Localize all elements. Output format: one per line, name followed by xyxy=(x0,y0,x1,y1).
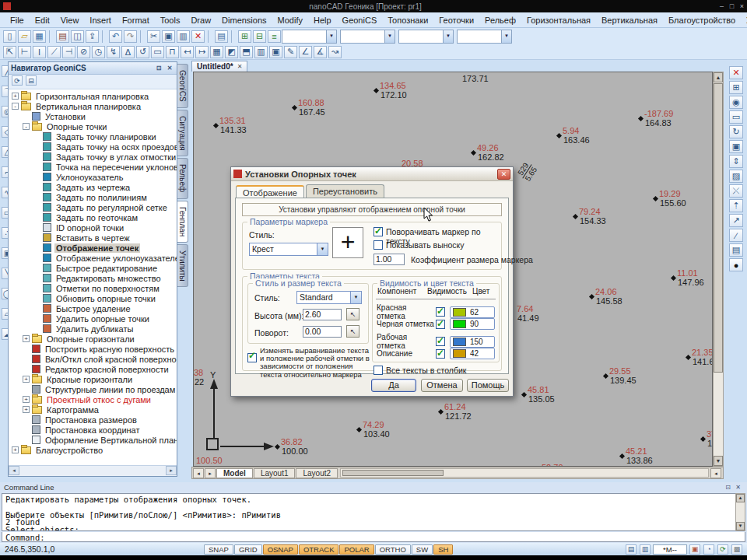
close-panel-icon[interactable]: ✕ xyxy=(729,66,743,79)
layer-states-icon[interactable]: ≡ xyxy=(268,30,281,43)
menu-item-17[interactable]: Утилиты xyxy=(741,16,747,25)
pick-on-screen-icon[interactable]: ↖ xyxy=(346,308,359,320)
layer-combobox[interactable] xyxy=(282,30,337,44)
print-preview-icon[interactable]: ◫ xyxy=(71,30,84,43)
ok-button[interactable]: Да xyxy=(371,379,416,392)
tree-item[interactable]: Быстрое редактирование xyxy=(9,263,177,273)
dim-angular-icon[interactable]: ◷ xyxy=(92,46,105,58)
expand-icon[interactable]: + xyxy=(23,406,30,413)
properties-icon[interactable]: ▤ xyxy=(215,30,228,43)
tree-item[interactable]: Структурные линии по проездам xyxy=(9,384,177,394)
leader-icon[interactable]: ↯ xyxy=(107,46,120,58)
rect-array-icon[interactable]: ▭ xyxy=(151,46,164,58)
menu-item-12[interactable]: Геоточки xyxy=(433,16,479,25)
close-icon[interactable]: ✕ xyxy=(165,64,174,72)
tree-item[interactable]: Простановка координат xyxy=(9,425,177,435)
visibility-checkbox[interactable] xyxy=(436,320,445,329)
chevron-down-icon[interactable] xyxy=(350,292,361,303)
chevron-down-icon[interactable] xyxy=(317,243,328,255)
justify-right-icon[interactable]: ↦ xyxy=(195,46,209,58)
hscroll-thumb[interactable] xyxy=(342,470,444,476)
layout-space-icon[interactable]: ▥ xyxy=(640,544,651,555)
linetype-combobox[interactable] xyxy=(398,30,454,44)
scroll-left-icon[interactable]: ◂ xyxy=(9,466,19,475)
menu-item-3[interactable]: Insert xyxy=(84,16,117,25)
scroll-down-icon[interactable]: ▼ xyxy=(714,456,723,466)
tree-item[interactable]: +Опорные горизонтали xyxy=(9,334,177,344)
toggle-ortho[interactable]: ORTHO xyxy=(375,544,411,555)
command-history[interactable]: Редактировать параметры отображения опор… xyxy=(2,493,745,531)
justify-left-icon[interactable]: ↤ xyxy=(181,46,194,58)
toggle-polar[interactable]: POLAR xyxy=(339,544,374,555)
maximize-button[interactable]: □ xyxy=(727,2,737,10)
toggle-otrack[interactable]: OTRACK xyxy=(299,544,339,555)
color-button[interactable]: 62 xyxy=(450,306,495,318)
collapse-all-icon[interactable]: ⊟ xyxy=(26,75,37,86)
visibility-checkbox[interactable] xyxy=(436,337,445,346)
tree-item[interactable]: -Вертикальная планировка xyxy=(9,101,177,111)
expand-icon[interactable]: + xyxy=(23,376,30,383)
save-icon[interactable]: ▦ xyxy=(33,30,46,43)
cut-icon[interactable]: ✂ xyxy=(147,30,160,43)
tree-item[interactable]: Редактор красной поверхности xyxy=(9,364,177,374)
tree-item[interactable]: Редактировать множество xyxy=(9,273,177,283)
minimize-button[interactable]: – xyxy=(717,2,727,10)
publish-icon[interactable]: ⇪ xyxy=(86,30,99,43)
scroll-up-icon[interactable]: ▲ xyxy=(714,72,723,82)
dim-aligned-icon[interactable]: ⟋ xyxy=(47,46,61,58)
menu-item-16[interactable]: Благоустройство xyxy=(663,16,741,25)
menu-item-1[interactable]: Edit xyxy=(30,16,55,25)
pan-icon[interactable]: ⊞ xyxy=(729,81,743,94)
text-rotation-input[interactable]: 0.00 xyxy=(303,326,342,338)
tree-item[interactable]: Задать точку в углах отмостки xyxy=(9,152,177,162)
measure-angle-icon[interactable]: ∠ xyxy=(299,46,312,58)
tree-item[interactable]: Установки xyxy=(9,111,177,121)
expand-icon[interactable]: + xyxy=(12,446,19,453)
offset-icon[interactable]: ∕ xyxy=(729,229,743,242)
tab-reset[interactable]: Переустановить xyxy=(306,184,384,198)
tree-item[interactable]: Задать точку планировки xyxy=(9,131,177,142)
menu-item-6[interactable]: Draw xyxy=(185,16,216,25)
tree-item[interactable]: Точка на пересечении уклонов xyxy=(9,162,177,172)
menu-item-5[interactable]: Tools xyxy=(155,16,186,25)
menu-item-13[interactable]: Рельеф xyxy=(479,16,521,25)
chevron-down-icon[interactable] xyxy=(326,30,336,43)
model-space-icon[interactable]: ▤ xyxy=(626,544,637,555)
measure-angle2-icon[interactable]: ∡ xyxy=(314,46,327,58)
close-document-icon[interactable]: ✕ xyxy=(237,63,243,70)
tree-item[interactable]: Быстрое удаление xyxy=(9,303,177,313)
expand-icon[interactable]: + xyxy=(12,93,19,100)
toggle-snap[interactable]: SNAP xyxy=(204,544,233,555)
close-icon[interactable]: ✕ xyxy=(734,483,742,492)
tree-item[interactable]: +Горизонтальная планировка xyxy=(9,91,177,101)
tree-item[interactable]: Уклоноуказатель xyxy=(9,172,177,182)
explode-icon[interactable]: ● xyxy=(729,258,743,271)
tree-item[interactable]: +Проектный откос с дугами xyxy=(9,394,177,404)
lineweight-combobox[interactable] xyxy=(457,30,512,44)
navigator-tab-1[interactable]: Ситуация xyxy=(177,110,188,157)
table-icon[interactable]: ▦ xyxy=(210,46,223,58)
group-icon[interactable]: ⊟ xyxy=(253,30,266,43)
tree-item[interactable]: Обновить опорные точки xyxy=(9,293,177,303)
tree-item[interactable]: +Благоустройство xyxy=(9,445,177,455)
visibility-checkbox[interactable] xyxy=(436,349,445,359)
menu-item-11[interactable]: Топознаки xyxy=(382,16,433,25)
sheet-tab[interactable]: Layout1 xyxy=(254,468,296,478)
marker-preview-button[interactable]: + xyxy=(332,227,363,258)
menu-item-15[interactable]: Вертикальная xyxy=(596,16,663,25)
rotate-marker-checkbox[interactable] xyxy=(374,227,383,236)
menu-item-2[interactable]: View xyxy=(55,16,85,25)
menu-item-8[interactable]: Modify xyxy=(272,16,308,25)
annotation-icon[interactable]: ◔ xyxy=(703,544,714,555)
document-tab[interactable]: Untitled0* ✕ xyxy=(191,61,247,72)
marker-style-combobox[interactable]: Крест xyxy=(249,243,328,256)
sheet-tab[interactable]: Layout2 xyxy=(296,468,338,478)
layer-props-icon[interactable]: ▥ xyxy=(254,46,268,58)
auto-scale-icon[interactable]: ⟳ xyxy=(717,544,728,555)
toggle-grid[interactable]: GRID xyxy=(234,544,262,555)
tree-item[interactable]: +Картограмма xyxy=(9,404,177,415)
tree-item[interactable]: ID опорной точки xyxy=(9,222,177,233)
stretch-icon[interactable]: ⇕ xyxy=(729,155,743,168)
dim-tolerance-icon[interactable]: Δ xyxy=(121,46,135,58)
command-input[interactable]: Command: xyxy=(2,532,745,542)
